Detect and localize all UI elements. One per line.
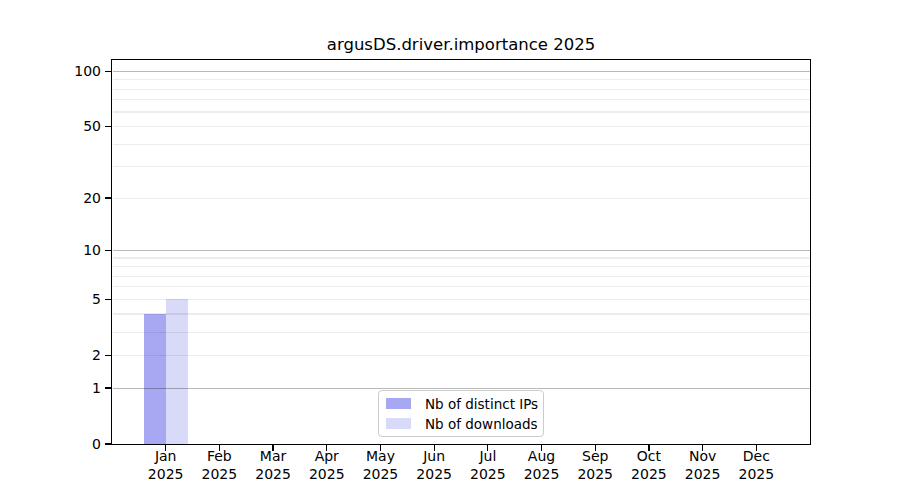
minor-gridline — [113, 198, 810, 199]
y-axis-tick — [105, 126, 112, 127]
minor-gridline — [113, 89, 810, 90]
minor-gridline — [113, 355, 810, 356]
y-axis-tick — [105, 443, 112, 444]
legend-swatch-downloads — [386, 418, 411, 429]
y-axis-tick-label: 0 — [0, 436, 101, 453]
y-axis-tick-label: 50 — [0, 118, 101, 135]
y-axis-tick-label: 100 — [0, 63, 101, 80]
y-axis-tick-label: 10 — [0, 242, 101, 259]
minor-gridline — [113, 286, 810, 287]
minor-gridline — [113, 299, 810, 300]
minor-gridline — [113, 332, 810, 333]
legend-item-downloads: Nb of downloads — [386, 415, 537, 433]
major-gridline — [113, 250, 810, 251]
minor-gridline — [113, 257, 810, 258]
major-gridline — [113, 388, 810, 389]
minor-gridline — [113, 79, 810, 80]
minor-gridline — [113, 276, 810, 277]
minor-gridline — [113, 126, 810, 127]
legend-item-distinct-ips: Nb of distinct IPs — [386, 395, 537, 413]
y-axis-tick-label: 5 — [0, 291, 101, 308]
minor-gridline — [113, 166, 810, 167]
major-gridline — [113, 71, 810, 72]
legend-label-distinct-ips: Nb of distinct IPs — [425, 395, 538, 413]
y-axis-tick — [105, 299, 112, 300]
y-axis-tick — [105, 71, 112, 72]
legend-label-downloads: Nb of downloads — [425, 415, 538, 433]
legend: Nb of distinct IPs Nb of downloads — [378, 390, 544, 437]
bar-downloads — [166, 299, 188, 444]
legend-swatch-distinct-ips — [386, 398, 411, 409]
minor-gridline — [113, 313, 810, 314]
minor-gridline — [113, 111, 810, 112]
y-axis-tick-label: 2 — [0, 347, 101, 364]
y-axis-tick-label: 1 — [0, 380, 101, 397]
y-axis-tick-label: 20 — [0, 190, 101, 207]
x-axis-tick-label: Dec 2025 — [724, 448, 788, 483]
y-axis-tick — [105, 197, 112, 198]
y-axis-tick — [105, 355, 112, 356]
chart-figure: argusDS.driver.importance 2025 012510205… — [0, 0, 900, 500]
minor-gridline — [113, 144, 810, 145]
y-axis-tick — [105, 387, 112, 388]
bar-distinct-ips — [144, 314, 166, 444]
minor-gridline — [113, 266, 810, 267]
y-axis-tick — [105, 250, 112, 251]
minor-gridline — [113, 99, 810, 100]
